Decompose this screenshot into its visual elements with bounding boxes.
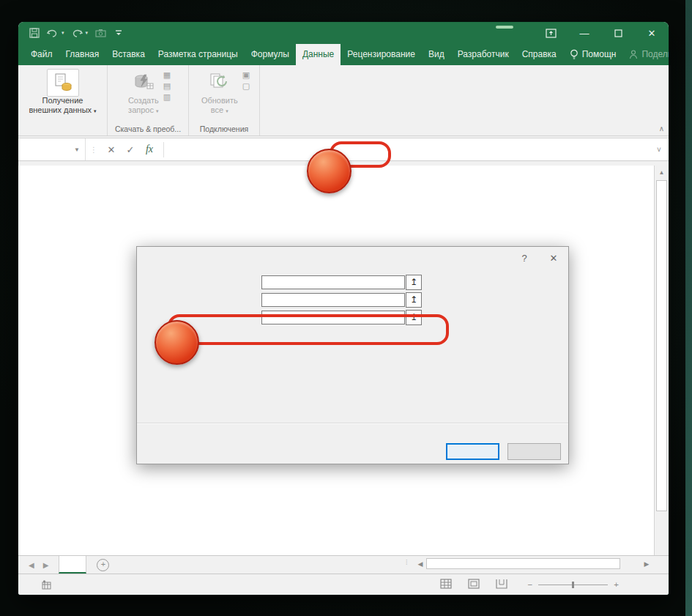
expand-formula-bar-icon[interactable]: ˅	[650, 146, 669, 154]
edit-links-icon[interactable]: ▢	[242, 81, 250, 91]
ribbon-display-options-icon[interactable]	[534, 22, 568, 44]
ribbon-button-Получение внешних данных[interactable]: Получениевнешних данных▾	[26, 68, 99, 117]
collapse-ribbon-icon[interactable]: ∧	[659, 125, 664, 133]
tab-Данные[interactable]: Данные	[296, 44, 341, 65]
desktop-edge	[685, 0, 692, 616]
ribbon-button-Создать запрос[interactable]: Создатьзапрос▾	[125, 68, 162, 117]
sheet-navigation: ◀ ▶	[18, 556, 59, 574]
formula-bar-divider: ⋮	[86, 146, 102, 154]
ribbon-group-0: Получениевнешних данных▾	[18, 65, 108, 136]
ribbon-group-Подключения: Обновитьвсе▾▣▢Подключения	[189, 65, 260, 136]
dialog-title[interactable]	[137, 247, 568, 269]
tab-Разметка страницы[interactable]: Разметка страницы	[152, 44, 245, 65]
page-layout-view-icon[interactable]	[468, 579, 480, 590]
dialog-close-icon[interactable]: ✕	[539, 247, 568, 269]
tab-Разработчик[interactable]: Разработчик	[451, 44, 516, 65]
scroll-left-icon[interactable]: ◀	[414, 560, 426, 568]
ribbon: ∧ Получениевнешних данных▾Создатьзапрос▾…	[18, 65, 669, 136]
cancel-entry-icon[interactable]: ✕	[102, 144, 121, 155]
button-caption: Создать	[128, 96, 159, 105]
tab-Файл[interactable]: Файл	[24, 44, 59, 65]
zoom-slider[interactable]: − +	[528, 580, 619, 589]
tab-Справка[interactable]: Справка	[516, 44, 563, 65]
macro-record-icon[interactable]	[42, 580, 52, 590]
scroll-up-icon[interactable]: ▲	[655, 166, 669, 179]
zoom-out-icon[interactable]: −	[528, 580, 533, 589]
zoom-knob[interactable]	[572, 582, 574, 588]
query-range-icon[interactable]: ▤	[163, 81, 171, 91]
tab-Рецензирование[interactable]: Рецензирование	[341, 44, 422, 65]
dialog-help-icon[interactable]: ?	[510, 247, 539, 269]
formula-bar-separator	[163, 142, 164, 157]
dropdown-arrow-icon: ▾	[94, 108, 97, 114]
tab-Вид[interactable]: Вид	[422, 44, 451, 65]
tab-Вставка[interactable]: Вставка	[105, 44, 152, 65]
zoom-track[interactable]	[538, 585, 608, 585]
tab-label: Файл	[31, 44, 53, 65]
collapse-dialog-icon[interactable]: ↥	[406, 275, 422, 290]
redo-icon[interactable]	[71, 27, 83, 39]
zoom-in-icon[interactable]: +	[614, 580, 619, 589]
redo-caret-icon[interactable]: ▾	[86, 30, 89, 36]
argument-input-iskomiy-tekst[interactable]	[261, 275, 405, 289]
vertical-scrollbar[interactable]: ▲	[654, 166, 669, 555]
camera-icon[interactable]	[94, 27, 106, 39]
ribbon-group-label: Подключения	[189, 125, 259, 136]
dialog-buttons	[446, 443, 561, 460]
tab-Главная[interactable]: Главная	[59, 44, 106, 65]
desktop-background: ▾ ▾ — ✕ ФайлГлавнаяВставкаРазметка стран	[0, 0, 692, 616]
ok-button[interactable]	[446, 443, 499, 460]
tab-Помощн[interactable]: Помощн	[563, 44, 623, 65]
page-break-view-icon[interactable]	[496, 579, 507, 590]
tab-Формулы[interactable]: Формулы	[245, 44, 296, 65]
dialog-controls: ? ✕	[510, 247, 568, 269]
recent-sources-icon[interactable]: ▥	[163, 92, 171, 102]
minimize-icon[interactable]: —	[568, 22, 601, 44]
tab-label: Справка	[522, 44, 557, 65]
ribbon-button-Обновить все[interactable]: Обновитьвсе▾	[198, 68, 241, 117]
undo-caret-icon[interactable]: ▾	[62, 30, 64, 36]
quick-access-toolbar: ▾ ▾	[18, 27, 124, 39]
status-bar: − +	[18, 574, 669, 595]
argument-row-tekst-dlya-poiska: ↥	[137, 291, 568, 308]
prev-sheet-icon[interactable]: ◀	[29, 561, 34, 569]
customize-qat-icon[interactable]	[113, 27, 124, 39]
splitter-dots[interactable]: ⁞	[406, 559, 408, 566]
add-sheet-button[interactable]: +	[86, 556, 119, 574]
cancel-button[interactable]	[507, 443, 561, 460]
vertical-scroll-thumb[interactable]	[656, 180, 667, 511]
scroll-right-icon[interactable]: ▶	[641, 560, 652, 568]
tab-label: Формулы	[251, 44, 289, 65]
name-box[interactable]: ▼	[18, 138, 86, 160]
collapse-dialog-icon[interactable]: ↥	[406, 292, 422, 308]
ribbon-tab-bar: ФайлГлавнаяВставкаРазметка страницыФорму…	[18, 44, 669, 65]
button-caption: запрос▾	[128, 105, 159, 116]
insert-function-icon[interactable]: fx	[140, 144, 159, 155]
close-icon[interactable]: ✕	[635, 22, 669, 44]
tab-label: Вставка	[112, 44, 145, 65]
confirm-entry-icon[interactable]: ✓	[121, 144, 140, 155]
query-table-icon[interactable]: ▦	[163, 70, 171, 80]
ribbon-group-label	[18, 125, 107, 136]
horizontal-scroll-thumb[interactable]	[426, 558, 620, 569]
save-icon[interactable]	[29, 27, 40, 39]
excel-window: ▾ ▾ — ✕ ФайлГлавнаяВставкаРазметка стран	[18, 22, 669, 595]
sign-in-button[interactable]	[496, 26, 513, 29]
tab-Поделиться[interactable]: Поделиться	[622, 44, 669, 65]
name-box-dropdown-icon[interactable]: ▼	[74, 146, 80, 153]
argument-input-tekst-dlya-poiska[interactable]	[261, 293, 405, 307]
tab-label: Поделиться	[641, 44, 669, 65]
callout-step-1	[307, 149, 351, 193]
maximize-icon[interactable]	[601, 22, 635, 44]
next-sheet-icon[interactable]: ▶	[43, 561, 49, 569]
horizontal-scrollbar[interactable]: ⁞ ◀ ▶	[414, 557, 652, 570]
normal-view-icon[interactable]	[440, 579, 452, 590]
dropdown-arrow-icon: ▾	[226, 108, 228, 114]
dropdown-arrow-icon: ▾	[156, 108, 159, 114]
sheet-tab[interactable]	[59, 556, 86, 574]
view-shortcuts	[440, 579, 507, 590]
mini-tables-cluster: ▦▤▥	[163, 68, 171, 102]
properties-icon[interactable]: ▣	[242, 70, 250, 80]
undo-icon[interactable]	[47, 27, 59, 39]
tab-label: Разметка страницы	[158, 44, 238, 65]
